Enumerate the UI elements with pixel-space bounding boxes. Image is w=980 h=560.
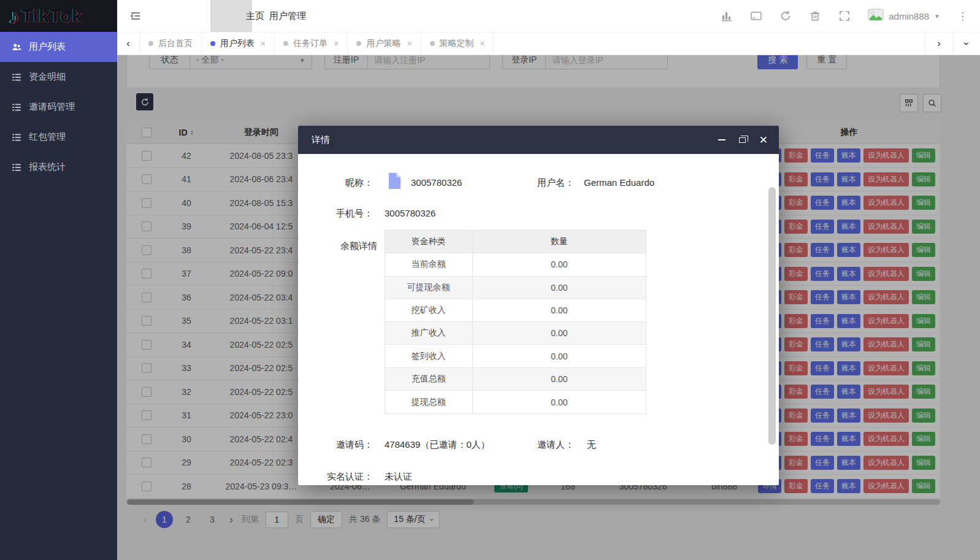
balance-table: 资金种类 数量 当前余额 0.00 可提现余额 0.00 挖矿收入 0.00 推… xyxy=(385,230,646,414)
balance-amount: 0.00 xyxy=(473,299,646,321)
tab-close-icon[interactable]: × xyxy=(480,39,485,48)
phone-label: 手机号： xyxy=(298,208,373,220)
sidebar-item[interactable]: 资金明细 xyxy=(0,62,117,92)
minimize-icon[interactable] xyxy=(718,139,725,140)
more-menu-icon[interactable]: ⋮ xyxy=(957,10,968,23)
sidebar-item[interactable]: 邀请码管理 xyxy=(0,92,117,122)
tab-dot-icon xyxy=(148,41,153,46)
user-menu[interactable]: admin888 ▼ xyxy=(868,9,940,23)
tab[interactable]: 后台首页 × xyxy=(140,33,202,55)
trash-icon[interactable] xyxy=(809,10,821,22)
balance-amount: 0.00 xyxy=(473,368,646,390)
invite-code-label: 邀请码： xyxy=(298,439,373,451)
list-icon xyxy=(11,132,22,143)
balance-type: 充值总额 xyxy=(385,368,473,390)
balance-type: 推广收入 xyxy=(385,322,473,344)
sidebar-item-label: 邀请码管理 xyxy=(29,101,75,113)
sidebar-item[interactable]: 用户列表 xyxy=(0,32,117,62)
tab-bar: ‹ 后台首页 × 用户列表 × 任务订单 × 用户策略 × 策略定制 × › › xyxy=(117,32,980,55)
tab-label: 用户策略 xyxy=(366,38,400,49)
balance-row: 推广收入 0.00 xyxy=(385,322,646,345)
balance-type: 签到收入 xyxy=(385,345,473,367)
collapse-sidebar-icon[interactable] xyxy=(117,10,154,22)
tab-close-icon[interactable]: × xyxy=(407,39,412,48)
maximize-icon[interactable] xyxy=(739,137,746,143)
sidebar-item-label: 报表统计 xyxy=(29,161,66,173)
modal-header[interactable]: 详情 ✕ xyxy=(298,126,779,154)
navbar-menu: 主页用户管理 xyxy=(169,0,252,32)
username-label: 用户名： xyxy=(482,177,574,189)
file-icon xyxy=(388,172,401,191)
balance-row: 提现总额 0.00 xyxy=(385,391,646,413)
tabs-menu-chevron[interactable]: › xyxy=(952,33,980,55)
tab-label: 策略定制 xyxy=(440,38,474,49)
tab[interactable]: 用户列表 × xyxy=(202,33,275,55)
fullscreen-icon[interactable] xyxy=(838,10,851,22)
tabs-scroll-right[interactable]: › xyxy=(925,33,952,55)
tab-bar-controls: › › xyxy=(925,33,980,55)
sidebar-item[interactable]: 红包管理 xyxy=(0,122,117,152)
tab[interactable]: 任务订单 × xyxy=(275,33,348,55)
close-icon[interactable]: ✕ xyxy=(759,135,768,145)
tab-dot-icon xyxy=(283,41,288,46)
modal-title: 详情 xyxy=(312,134,330,146)
balance-row: 挖矿收入 0.00 xyxy=(385,299,646,322)
app-window: ♪ TikTok 用户列表 资金明细 邀请码管理 红包管理 报表统计 主页用户管… xyxy=(0,0,980,560)
realname-value: 未认证 xyxy=(385,471,412,483)
balance-type: 当前余额 xyxy=(385,253,473,275)
brand-logo-text: TikTok xyxy=(21,6,83,26)
sidebar: ♪ TikTok 用户列表 资金明细 邀请码管理 红包管理 报表统计 xyxy=(0,0,117,560)
tab-close-icon[interactable]: × xyxy=(261,39,266,48)
balance-type: 可提现余额 xyxy=(385,277,473,299)
tab-label: 用户列表 xyxy=(220,38,255,49)
tab-dot-icon xyxy=(356,41,361,46)
tab-dot-icon xyxy=(430,41,435,46)
sidebar-menu: 用户列表 资金明细 邀请码管理 红包管理 报表统计 xyxy=(0,32,117,182)
tab-close-icon[interactable]: × xyxy=(334,39,339,48)
list-icon xyxy=(11,72,22,83)
balance-amount: 0.00 xyxy=(473,322,646,344)
balance-amount: 0.00 xyxy=(473,345,646,367)
tab-strip: 后台首页 × 用户列表 × 任务订单 × 用户策略 × 策略定制 × xyxy=(140,33,494,55)
list-icon xyxy=(11,162,22,173)
balance-type: 提现总额 xyxy=(385,391,473,413)
tiktok-note-icon: ♪ xyxy=(9,4,19,28)
balance-table-body: 当前余额 0.00 可提现余额 0.00 挖矿收入 0.00 推广收入 0.00… xyxy=(385,253,646,413)
balance-row: 可提现余额 0.00 xyxy=(385,277,646,299)
avatar xyxy=(868,9,884,23)
bar-chart-icon[interactable] xyxy=(721,10,733,22)
balance-amount: 0.00 xyxy=(473,253,646,275)
sidebar-item-label: 红包管理 xyxy=(29,131,66,143)
top-navbar: 主页用户管理 admin888 ▼ xyxy=(117,0,980,32)
users-icon xyxy=(11,42,22,53)
list-icon xyxy=(11,102,22,113)
balance-type: 挖矿收入 xyxy=(385,299,473,321)
sidebar-item[interactable]: 报表统计 xyxy=(0,152,117,182)
invite-code-value: 4784639（已邀请：0人） xyxy=(385,439,490,451)
card-icon[interactable] xyxy=(750,10,762,22)
brand-logo: ♪ TikTok xyxy=(0,0,117,32)
balance-row: 签到收入 0.00 xyxy=(385,345,646,367)
tab-dot-icon xyxy=(210,41,215,46)
refresh-icon[interactable] xyxy=(779,10,792,22)
navbar-menu-item[interactable]: 主页 xyxy=(169,0,210,32)
tab-label: 后台首页 xyxy=(158,38,193,49)
nickname-label: 昵称： xyxy=(298,177,373,189)
balance-row: 充值总额 0.00 xyxy=(385,368,646,391)
balance-amount: 0.00 xyxy=(473,391,646,413)
modal-body: 昵称： 3005780326 用户名： German Eduardo 手机号： … xyxy=(298,154,779,485)
tab[interactable]: 用户策略 × xyxy=(348,33,421,55)
sidebar-item-label: 资金明细 xyxy=(29,71,66,83)
navbar-right: admin888 ▼ ⋮ xyxy=(721,9,980,23)
modal-scrollbar[interactable] xyxy=(768,187,776,445)
balance-table-header: 资金种类 数量 xyxy=(385,231,646,253)
detail-modal: 详情 ✕ 昵称： 3005780326 用户名： German Eduardo … xyxy=(298,126,779,485)
balance-amount: 0.00 xyxy=(473,277,646,299)
username-label: admin888 xyxy=(889,11,929,21)
username-value: German Eduardo xyxy=(584,177,654,188)
tab[interactable]: 策略定制 × xyxy=(421,33,494,55)
nickname-value: 3005780326 xyxy=(411,177,462,188)
realname-label: 实名认证： xyxy=(298,471,373,483)
balance-row: 当前余额 0.00 xyxy=(385,253,646,276)
tabs-scroll-left[interactable]: ‹ xyxy=(117,33,140,55)
